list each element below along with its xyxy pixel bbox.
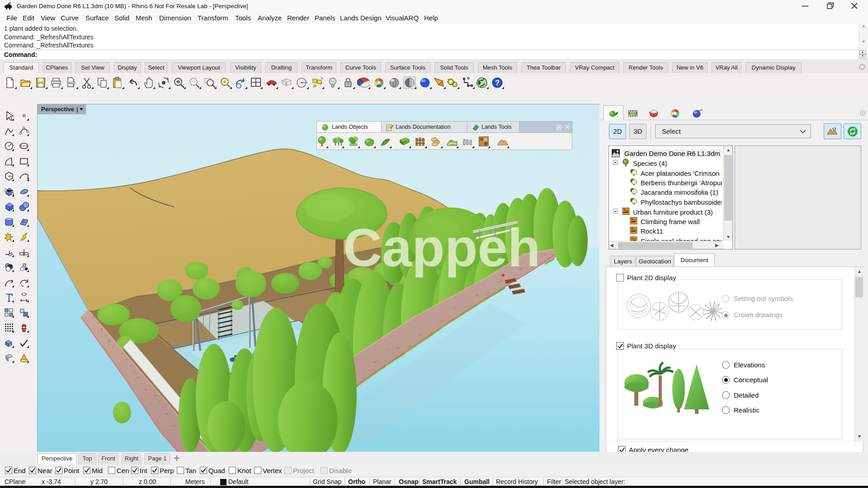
svg-text:?: ? [495,79,500,87]
